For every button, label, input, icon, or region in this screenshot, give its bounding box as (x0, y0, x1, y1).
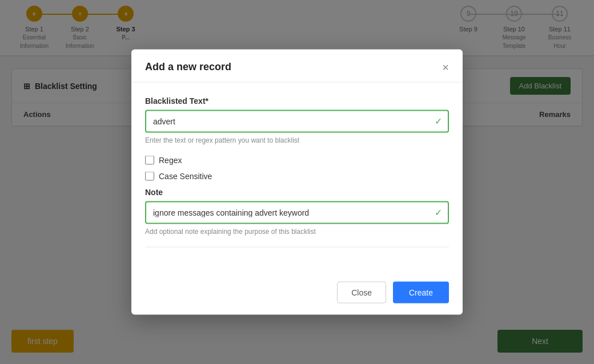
modal-title: Add a new record (145, 61, 231, 73)
blacklisted-text-input[interactable] (145, 110, 449, 133)
case-sensitive-checkbox[interactable] (145, 172, 154, 181)
note-input[interactable] (145, 201, 449, 224)
modal-body: Blacklisted Text* ✓ Enter the text or re… (131, 83, 463, 273)
modal-footer: Close Create (131, 273, 463, 315)
blacklisted-text-hint: Enter the text or regex pattern you want… (145, 136, 449, 144)
case-sensitive-checkbox-row: Case Sensitive (145, 172, 449, 181)
note-input-wrapper: ✓ (145, 201, 449, 224)
note-label: Note (145, 188, 449, 197)
blacklisted-text-check-icon: ✓ (435, 116, 442, 127)
close-button[interactable]: Close (337, 282, 386, 304)
blacklisted-text-input-wrapper: ✓ (145, 110, 449, 133)
note-group: Note ✓ Add optional note explaining the … (145, 188, 449, 236)
regex-checkbox[interactable] (145, 156, 154, 165)
blacklisted-text-label: Blacklisted Text* (145, 96, 449, 106)
modal: Add a new record × Blacklisted Text* ✓ E… (131, 50, 463, 315)
modal-close-button[interactable]: × (442, 61, 449, 72)
regex-checkbox-row: Regex (145, 156, 449, 165)
modal-divider (145, 247, 449, 248)
case-sensitive-label[interactable]: Case Sensitive (159, 172, 212, 181)
blacklisted-text-group: Blacklisted Text* ✓ Enter the text or re… (145, 96, 449, 144)
note-hint: Add optional note explaining the purpose… (145, 228, 449, 236)
modal-header: Add a new record × (131, 50, 463, 83)
note-check-icon: ✓ (435, 207, 442, 218)
create-button[interactable]: Create (393, 282, 449, 304)
regex-label[interactable]: Regex (159, 156, 182, 165)
